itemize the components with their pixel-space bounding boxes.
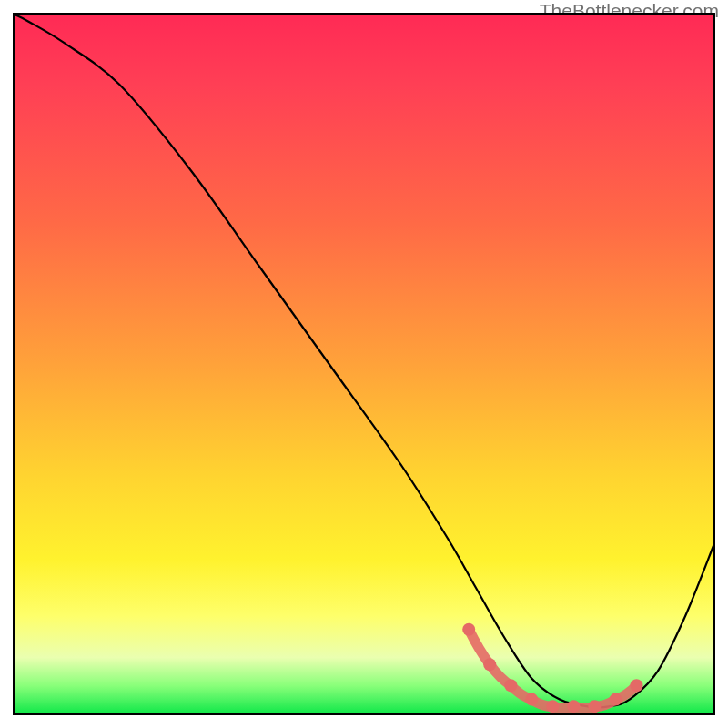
benchmark-marker (546, 700, 559, 713)
benchmark-marker (567, 700, 580, 713)
benchmark-marker (588, 700, 601, 713)
benchmark-marker (631, 679, 643, 692)
benchmark-marker (525, 693, 538, 706)
chart-svg (15, 15, 713, 713)
benchmark-marker (462, 623, 475, 636)
benchmark-marker (610, 693, 622, 706)
chart-frame (13, 13, 715, 715)
bottleneck-curve-path (15, 15, 713, 707)
benchmark-marker (504, 679, 517, 692)
benchmark-markers-group (462, 623, 642, 713)
benchmark-marker (483, 658, 496, 671)
